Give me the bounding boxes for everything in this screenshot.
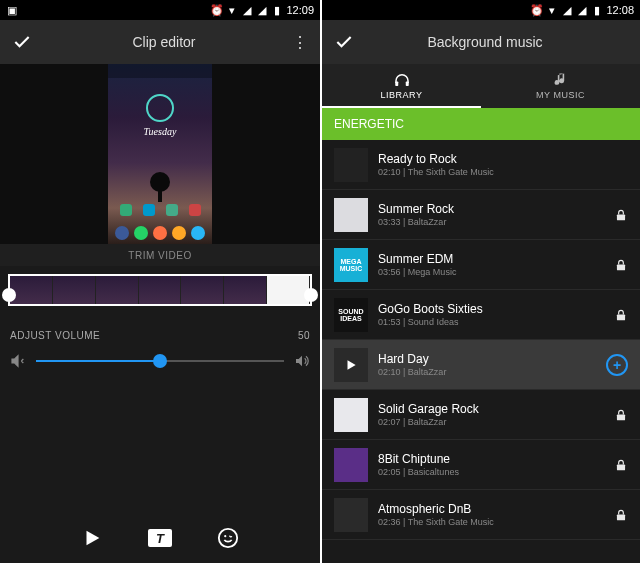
more-button[interactable]: ⋮ (288, 33, 308, 52)
wifi-icon: ▾ (546, 4, 558, 16)
album-art (334, 498, 368, 532)
track-title: Atmospheric DnB (378, 502, 604, 516)
album-art (334, 148, 368, 182)
signal-icon: ◢ (561, 4, 573, 16)
track-row[interactable]: SOUND IDEASGoGo Boots Sixties01:53 | Sou… (322, 290, 640, 340)
svg-rect-6 (395, 82, 398, 87)
svg-rect-10 (617, 314, 625, 320)
widget-clock-icon (146, 94, 174, 122)
svg-point-4 (219, 529, 237, 547)
lock-icon (614, 408, 628, 422)
volume-up-icon[interactable] (294, 353, 310, 369)
category-header[interactable]: ENERGETIC (322, 108, 640, 140)
clock-text: 12:08 (606, 4, 634, 16)
track-row[interactable]: 8Bit Chiptune02:05 | Basicaltunes (322, 440, 640, 490)
track-title: Summer EDM (378, 252, 604, 266)
emoji-button[interactable] (217, 527, 239, 549)
wifi-icon: ▾ (226, 4, 238, 16)
trim-handle-end[interactable] (304, 288, 318, 302)
tree-icon (142, 168, 178, 204)
tab-indicator (322, 106, 481, 108)
track-subtitle: 02:10 | BaltaZzar (378, 367, 596, 377)
track-subtitle: 02:07 | BaltaZzar (378, 417, 604, 427)
preview-frame: Tuesday (108, 64, 212, 244)
battery-icon: ▮ (591, 4, 603, 16)
track-subtitle: 02:36 | The Sixth Gate Music (378, 517, 604, 527)
battery-icon: ▮ (271, 4, 283, 16)
headphones-icon (393, 72, 411, 88)
confirm-button[interactable] (334, 32, 354, 52)
track-row[interactable]: Solid Garage Rock02:07 | BaltaZzar (322, 390, 640, 440)
slider-thumb[interactable] (153, 354, 167, 368)
music-note-icon (554, 72, 568, 88)
mute-icon[interactable] (10, 353, 26, 369)
lock-icon (614, 508, 628, 522)
track-title: Ready to Rock (378, 152, 628, 166)
album-art (334, 398, 368, 432)
track-title: 8Bit Chiptune (378, 452, 604, 466)
alarm-icon: ⏰ (531, 4, 543, 16)
track-subtitle: 01:53 | Sound Ideas (378, 317, 604, 327)
signal-icon: ◢ (241, 4, 253, 16)
lock-icon (614, 308, 628, 322)
add-track-button[interactable]: + (606, 354, 628, 376)
image-icon: ▣ (6, 4, 18, 16)
track-list: Ready to Rock02:10 | The Sixth Gate Musi… (322, 140, 640, 540)
album-art (334, 198, 368, 232)
tab-bar: LIBRARY MY MUSIC (322, 64, 640, 108)
background-music-screen: ⏰ ▾ ◢ ◢ ▮ 12:08 Background music LIBRARY… (320, 0, 640, 563)
signal-icon: ◢ (256, 4, 268, 16)
alarm-icon: ⏰ (211, 4, 223, 16)
bottom-toolbar: T (0, 513, 320, 563)
svg-text:T: T (156, 531, 165, 546)
lock-icon (614, 208, 628, 222)
text-button[interactable]: T (147, 528, 173, 548)
album-art: MEGA MUSIC (334, 248, 368, 282)
track-row[interactable]: Hard Day02:10 | BaltaZzar+ (322, 340, 640, 390)
status-bar: ⏰ ▾ ◢ ◢ ▮ 12:08 (322, 0, 640, 20)
lock-icon (614, 458, 628, 472)
trim-timeline[interactable] (0, 266, 320, 316)
track-row[interactable]: Summer Rock03:33 | BaltaZzar (322, 190, 640, 240)
volume-slider[interactable] (0, 347, 320, 375)
svg-rect-13 (617, 514, 625, 520)
tab-label: LIBRARY (381, 90, 423, 100)
tab-my-music[interactable]: MY MUSIC (481, 64, 640, 108)
lock-icon (614, 258, 628, 272)
track-row[interactable]: Atmospheric DnB02:36 | The Sixth Gate Mu… (322, 490, 640, 540)
widget-day: Tuesday (108, 126, 212, 137)
svg-rect-8 (617, 214, 625, 220)
track-subtitle: 03:33 | BaltaZzar (378, 217, 604, 227)
volume-label: ADJUST VOLUME (10, 330, 100, 341)
track-subtitle: 02:10 | The Sixth Gate Music (378, 167, 628, 177)
track-subtitle: 02:05 | Basicaltunes (378, 467, 604, 477)
volume-value: 50 (298, 330, 310, 341)
clip-editor-screen: ▣ ⏰ ▾ ◢ ◢ ▮ 12:09 Clip editor ⋮ Tuesday … (0, 0, 320, 563)
app-bar: Background music (322, 20, 640, 64)
page-title: Clip editor (40, 34, 288, 50)
svg-rect-11 (617, 414, 625, 420)
track-row[interactable]: MEGA MUSICSummer EDM03:56 | Mega Music (322, 240, 640, 290)
track-row[interactable]: Ready to Rock02:10 | The Sixth Gate Musi… (322, 140, 640, 190)
album-art: SOUND IDEAS (334, 298, 368, 332)
video-preview[interactable]: Tuesday (0, 64, 320, 244)
status-bar: ▣ ⏰ ▾ ◢ ◢ ▮ 12:09 (0, 0, 320, 20)
tab-label: MY MUSIC (536, 90, 585, 100)
confirm-button[interactable] (12, 32, 32, 52)
page-title: Background music (362, 34, 608, 50)
svg-point-5 (224, 535, 226, 537)
track-title: Hard Day (378, 352, 596, 366)
play-button[interactable] (81, 527, 103, 549)
track-title: Solid Garage Rock (378, 402, 604, 416)
trim-handle-start[interactable] (2, 288, 16, 302)
trim-label: TRIM VIDEO (0, 244, 320, 266)
clock-text: 12:09 (286, 4, 314, 16)
svg-rect-1 (158, 188, 162, 202)
track-subtitle: 03:56 | Mega Music (378, 267, 604, 277)
track-title: GoGo Boots Sixties (378, 302, 604, 316)
track-title: Summer Rock (378, 202, 604, 216)
svg-rect-12 (617, 464, 625, 470)
svg-rect-9 (617, 264, 625, 270)
signal-icon: ◢ (576, 4, 588, 16)
tab-library[interactable]: LIBRARY (322, 64, 481, 108)
